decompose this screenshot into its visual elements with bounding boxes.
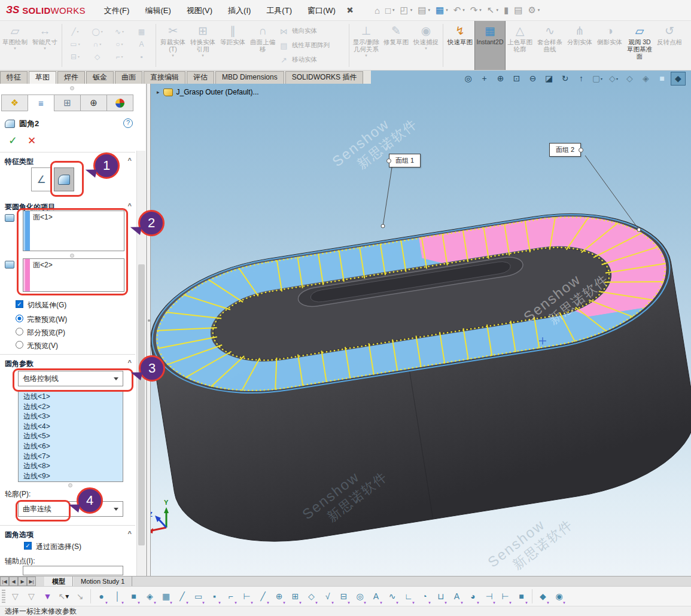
last-tab-button[interactable]: ▶| xyxy=(27,577,36,586)
filter-datum-icon[interactable]: A xyxy=(449,588,465,604)
instant2d-button[interactable]: ▦Instant2D xyxy=(475,21,505,70)
first-tab-button[interactable]: |◀ xyxy=(0,577,9,586)
motion-study-tab[interactable]: Motion Study 1 xyxy=(73,577,132,586)
filter-stack-icon[interactable]: ▼ xyxy=(39,588,56,604)
edge-item[interactable]: 边线<7> xyxy=(19,452,123,462)
move-entities-button[interactable]: ↗移动实体 xyxy=(278,54,347,66)
shaded-sketch-contours-button[interactable]: △上色草图轮廓 xyxy=(505,21,535,70)
filter-edges-icon[interactable]: │ xyxy=(109,588,126,604)
rapid-sketch-button[interactable]: ↯快速草图 xyxy=(445,21,475,70)
silhouette-entities-button[interactable]: ◑侧影实体 xyxy=(595,21,625,70)
callout-handle-icon[interactable] xyxy=(386,158,391,163)
zoom-out-icon[interactable]: ⊖ xyxy=(526,72,540,85)
repair-sketch-button[interactable]: ✎修复草图 xyxy=(381,21,411,70)
prev-tab-button[interactable]: ◀ xyxy=(9,577,18,586)
normal-to-icon[interactable]: ↑ xyxy=(574,72,588,85)
filter-planes-icon[interactable]: ▭ xyxy=(190,588,206,604)
edge-item[interactable]: 边线<5> xyxy=(19,431,123,441)
cancel-button[interactable]: ✕ xyxy=(28,135,36,147)
convert-entities-button[interactable]: ⊞转换实体引用▾ xyxy=(188,21,218,70)
menu-insert[interactable]: 插入(I) xyxy=(220,0,258,21)
display-delete-relations-button[interactable]: ⊥显示/删除几何关系▾ xyxy=(351,21,381,70)
feature-type-header[interactable]: 特征类型 xyxy=(5,157,34,167)
edge-item[interactable]: 边线<3> xyxy=(19,411,123,422)
help-point-input[interactable] xyxy=(23,566,123,575)
pin-menu-icon[interactable]: ✚ xyxy=(342,2,358,18)
model-tab[interactable]: 模型 xyxy=(44,577,73,586)
rectangle-tool[interactable]: ▭▾ xyxy=(64,38,86,50)
face-set1-listbox[interactable]: 面<1> xyxy=(23,211,124,251)
face-set1-item[interactable]: 面<1> xyxy=(33,212,53,222)
pattern-tool[interactable]: ▦ xyxy=(130,25,153,38)
face-set2-item[interactable]: 面<2> xyxy=(33,260,53,270)
linear-sketch-pattern-button[interactable]: ▤线性草图阵列 xyxy=(278,39,347,51)
filter-weld-icon[interactable]: ⊢ xyxy=(239,588,255,604)
tab-configuration-manager[interactable]: ⊞ xyxy=(54,94,81,111)
menu-view[interactable]: 视图(V) xyxy=(179,0,220,21)
menu-file[interactable]: 文件(F) xyxy=(96,0,138,21)
model-3d[interactable] xyxy=(151,197,691,559)
view-3d-sketch-planes-button[interactable]: ▱观阅 3D 草图基准面 xyxy=(625,21,655,70)
toolbar-grip[interactable] xyxy=(2,590,5,603)
panel-viewport-splitter[interactable] xyxy=(147,84,151,576)
tree-part-name[interactable]: J_Grasp Outer (Default)... xyxy=(176,88,259,96)
full-preview-radio[interactable] xyxy=(16,315,23,322)
view-orientation-icon[interactable]: ▢▾ xyxy=(590,72,604,85)
edge-item[interactable]: 边线<4> xyxy=(19,422,123,432)
filter-solid-bodies-icon[interactable]: ▦ xyxy=(158,588,174,604)
task-pane-button[interactable]: ▤ xyxy=(512,2,525,19)
zoom-area-icon[interactable]: ⊡ xyxy=(510,72,523,85)
reverse-tangent-button[interactable]: ↺反转点相 xyxy=(655,21,684,70)
filter-plug-right-icon[interactable]: ⊢ xyxy=(497,588,513,604)
collapse-options-icon[interactable]: ^ xyxy=(128,530,132,537)
pan-icon[interactable]: + xyxy=(477,72,491,85)
next-tab-button[interactable]: ▶ xyxy=(18,577,27,586)
arc-tool[interactable]: ∩▾ xyxy=(86,38,108,50)
pm-scrollbar-thumb[interactable] xyxy=(138,264,145,545)
home-button[interactable]: ⌂ xyxy=(372,2,382,19)
filter-clear-icon[interactable]: ▽ xyxy=(23,588,39,604)
edge-item[interactable]: 边线<6> xyxy=(19,441,123,452)
shaded-with-edges-icon[interactable]: ◆ xyxy=(671,72,685,85)
ok-button[interactable]: ✓ xyxy=(8,134,17,147)
line-tool[interactable]: ╱▾ xyxy=(64,25,86,38)
point-tool[interactable]: ▪ xyxy=(130,50,153,63)
control-lines-dropdown[interactable]: 包络控制线 xyxy=(18,371,123,386)
display-style-icon[interactable]: ◇▾ xyxy=(607,72,620,85)
filter-dimensions-icon[interactable]: ⊟ xyxy=(336,588,352,604)
edge-item[interactable]: 边线<8> xyxy=(19,461,123,471)
tab-property-manager[interactable]: ≡ xyxy=(28,94,54,111)
tree-expand-icon[interactable]: ▸ xyxy=(157,89,160,95)
partial-preview-radio[interactable] xyxy=(16,328,23,336)
spline-tool[interactable]: ∿▾ xyxy=(108,25,130,38)
filter-notes-icon[interactable]: ◇ xyxy=(303,588,319,604)
fillet-options-header[interactable]: 圆角选项 xyxy=(5,530,34,540)
tab-sketch[interactable]: 草图 xyxy=(29,71,56,84)
tab-solidworks-addins[interactable]: SOLIDWORKS 插件 xyxy=(285,71,364,84)
circle-tool[interactable]: ◯▾ xyxy=(86,25,108,38)
settings-button[interactable]: ⚙▾ xyxy=(525,2,542,19)
rotate-view-icon[interactable]: ↻ xyxy=(558,72,572,85)
select-filter-cursor-icon[interactable]: ↘ xyxy=(72,588,88,604)
face-set1-callout[interactable]: 面组 1 xyxy=(389,154,421,167)
filter-pie-icon[interactable]: ◕ xyxy=(465,588,481,604)
filter-mate1-icon[interactable]: ◆ xyxy=(535,588,551,604)
offset-entities-button[interactable]: ∥等距实体 xyxy=(218,21,248,70)
collapse-parameters-icon[interactable]: ^ xyxy=(128,359,132,366)
no-preview-radio[interactable] xyxy=(16,341,23,349)
splitter-knob[interactable] xyxy=(148,319,150,322)
filter-picture-icon[interactable]: ■ xyxy=(513,588,529,604)
filter-faces-icon[interactable]: ■ xyxy=(126,588,142,604)
face-set2-callout[interactable]: 面组 2 xyxy=(549,143,581,157)
hidden-lines-icon[interactable]: ◈ xyxy=(639,72,653,85)
polygon-tool[interactable]: ◇ xyxy=(86,50,108,63)
shaded-icon[interactable]: ■ xyxy=(655,72,669,85)
filter-origin-icon[interactable]: ⊕ xyxy=(271,588,287,604)
fillet-parameters-header[interactable]: 圆角参数 xyxy=(5,359,34,369)
filter-pocket-icon[interactable]: ⊔ xyxy=(433,588,449,604)
filter-sketch-icon[interactable]: ╱ xyxy=(255,588,271,604)
split-entities-button[interactable]: ⋔分割实体 xyxy=(565,21,595,70)
open-document-button[interactable]: ◰▾ xyxy=(398,2,415,19)
filter-surface-bodies-icon[interactable]: ◈ xyxy=(142,588,158,604)
select-arrow-button[interactable]: ↖▾ xyxy=(485,2,501,19)
